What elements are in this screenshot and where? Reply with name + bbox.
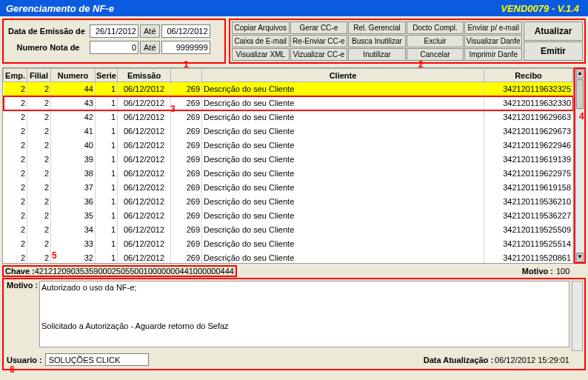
motivo-code-value: 100 [556, 267, 586, 276]
scroll-down-icon[interactable]: ▼ [576, 253, 584, 262]
marker-3: 3 [170, 104, 176, 114]
toolbar-button-13[interactable]: Cancelar [407, 48, 464, 61]
table-row[interactable]: 2233106/12/2012269Descrição do seu Clien… [4, 237, 573, 251]
input-num-de[interactable] [90, 41, 138, 54]
col-header[interactable]: Emp. [4, 69, 27, 82]
button-panel: Copiar ArquivosGerar CC-eRel. GerencialD… [229, 19, 586, 64]
marker-5: 5 [52, 250, 57, 261]
marker-1: 1 [184, 59, 189, 70]
col-header[interactable]: Recibo [484, 69, 573, 82]
table-scrollbar[interactable]: ▲ ▼ [574, 67, 586, 264]
label-data-emissao: Data de Emissão de [8, 27, 88, 36]
col-header[interactable]: Filial [27, 69, 51, 82]
motivo-text-label: Motivo : [7, 281, 39, 290]
usuario-field[interactable] [45, 353, 149, 366]
toolbar-button-6[interactable]: Re-Enviar CC-e [290, 35, 348, 47]
filter-panel: Data de Emissão de Até Numero Nota de At… [2, 19, 226, 64]
atualizar-button[interactable]: Atualizar [524, 21, 583, 41]
col-header[interactable] [171, 69, 202, 82]
scroll-up-icon[interactable]: ▲ [576, 69, 584, 79]
marker-4: 4 [579, 111, 584, 121]
table-row[interactable]: 2243106/12/2012269Descrição do seu Clien… [4, 96, 573, 110]
ate-button-1[interactable]: Até [140, 24, 160, 38]
table-row[interactable]: 2242106/12/2012269Descrição do seu Clien… [4, 110, 573, 124]
toolbar-button-2[interactable]: Rel. Gerencial [348, 21, 406, 34]
chave-label: Chave : [5, 267, 35, 276]
col-header[interactable]: Emissão [118, 69, 171, 82]
label-numero-nota: Numero Nota de [8, 43, 88, 52]
toolbar-button-4[interactable]: Enviar p/ e-mail [464, 21, 522, 34]
table-row[interactable]: 2235106/12/2012269Descrição do seu Clien… [4, 209, 573, 223]
table-row[interactable]: 2238106/12/2012269Descrição do seu Clien… [4, 167, 573, 181]
marker-2: 2 [418, 59, 424, 70]
marker-6: 6 [10, 364, 15, 375]
toolbar-button-11[interactable]: Vizualizar CC-e [290, 48, 348, 61]
table-row[interactable]: 2239106/12/2012269Descrição do seu Clien… [4, 153, 573, 167]
table-row[interactable]: 2244106/12/2012269Descrição do seu Clien… [4, 82, 573, 96]
col-header[interactable]: Cliente [202, 69, 484, 82]
table-row[interactable]: 2234106/12/2012269Descrição do seu Clien… [4, 223, 573, 237]
input-data-ate[interactable] [161, 24, 210, 38]
table-row[interactable]: 2240106/12/2012269Descrição do seu Clien… [4, 139, 573, 153]
input-num-ate[interactable] [161, 41, 210, 54]
table-row[interactable]: 2241106/12/2012269Descrição do seu Clien… [4, 124, 573, 139]
chave-value: 4212120903535900025055001000000044100000… [35, 267, 234, 276]
col-header[interactable]: Serie [96, 69, 118, 82]
scroll-thumb[interactable] [576, 79, 584, 109]
toolbar-button-1[interactable]: Gerar CC-e [290, 21, 348, 34]
table-row[interactable]: 2237106/12/2012269Descrição do seu Clien… [4, 181, 573, 195]
toolbar-button-14[interactable]: Imprimir Danfe [464, 48, 522, 61]
table-row[interactable]: 2236106/12/2012269Descrição do seu Clien… [4, 195, 573, 209]
message-area[interactable]: Autorizado o uso da NF-e; Solicitado a A… [39, 281, 569, 347]
table-row[interactable]: 2232106/12/2012269Descrição do seu Clien… [4, 251, 573, 264]
data-atualizacao-label: Data Atualização : [424, 356, 493, 364]
toolbar-button-8[interactable]: Excluir [407, 35, 464, 47]
col-header[interactable]: Numero [51, 69, 96, 82]
toolbar-button-12[interactable]: Inutilizar [348, 48, 406, 61]
usuario-label: Usuario : [7, 356, 42, 364]
app-version: VEND0079 - V.1.4 [501, 3, 579, 14]
titlebar: Gerenciamento de NF-e VEND0079 - V.1.4 [0, 0, 588, 16]
toolbar-button-7[interactable]: Busca Inutilizar [348, 35, 406, 47]
data-atualizacao-value: 06/12/2012 15:29:01 [495, 356, 569, 364]
motivo-code-label: Motivo : [522, 267, 553, 276]
input-data-de[interactable] [90, 24, 138, 38]
message-line-2: Solicitado a Autorização - Aguarde retor… [41, 321, 567, 330]
message-scrollbar[interactable] [572, 281, 583, 351]
emitir-button[interactable]: Emitir [524, 41, 583, 61]
toolbar-button-5[interactable]: Caixa de E-mail [232, 35, 290, 47]
ate-button-2[interactable]: Até [140, 41, 160, 54]
toolbar-button-3[interactable]: Docto Compl. [407, 21, 464, 34]
grid-table[interactable]: Emp.FilialNumeroSerieEmissãoClienteRecib… [2, 67, 574, 264]
message-line-1: Autorizado o uso da NF-e; [41, 283, 567, 292]
toolbar-button-10[interactable]: Visualizar XML [232, 48, 290, 61]
toolbar-button-9[interactable]: Visualizar Danfe [464, 35, 522, 47]
toolbar-button-0[interactable]: Copiar Arquivos [232, 21, 290, 34]
app-title: Gerenciamento de NF-e [6, 3, 114, 14]
detail-panel: Motivo : Autorizado o uso da NF-e; Solic… [2, 278, 586, 370]
